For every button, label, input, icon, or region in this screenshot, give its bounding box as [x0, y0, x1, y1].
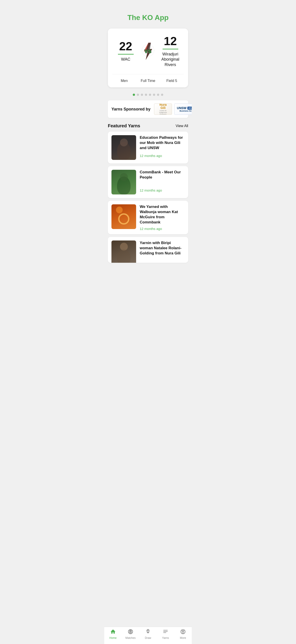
nav-draw[interactable]: Draw — [139, 629, 157, 640]
dot-2[interactable] — [137, 94, 139, 96]
nav-more-label: More — [180, 636, 186, 640]
nav-draw-label: Draw — [145, 636, 151, 640]
yarn-thumbnail-2 — [112, 170, 136, 194]
team2-score-number: 12 — [164, 35, 177, 47]
dot-7[interactable] — [157, 94, 159, 96]
svg-rect-9 — [163, 630, 168, 630]
pagination-dots — [104, 91, 192, 100]
yarn-info-3: We Yarned with Walbunja woman Kat McGuir… — [140, 204, 184, 230]
dot-1[interactable] — [133, 94, 135, 96]
nav-home-label: Home — [109, 636, 117, 640]
featured-yarns-header: Featured Yarns View All — [104, 122, 192, 132]
dot-4[interactable] — [145, 94, 147, 96]
yarn-info-1: Education Pathways for our Mob with Nura… — [140, 135, 184, 158]
yarn-thumbnail-4 — [112, 240, 136, 263]
match-field: Field 5 — [160, 79, 184, 83]
yarn-card-4[interactable]: Yarnin with Biripi woman Natalee Rolani-… — [108, 237, 188, 263]
home-icon — [110, 629, 116, 636]
yarn-title-1: Education Pathways for our Mob with Nura… — [140, 135, 184, 151]
svg-rect-13 — [182, 631, 184, 633]
svg-point-8 — [148, 632, 148, 632]
team1-name: WAC — [121, 57, 130, 62]
bottom-nav: Home Matches Draw — [104, 627, 192, 644]
more-icon — [180, 629, 186, 636]
unsw-logo: UNSW AGSM ★ Business School — [174, 104, 192, 115]
team1-score-number: 22 — [119, 40, 132, 52]
yarn-time-2: 12 months ago — [140, 188, 184, 192]
yarn-thumbnail-1 — [112, 135, 136, 160]
dot-8[interactable] — [161, 94, 163, 96]
app-title: The KO App — [109, 14, 187, 22]
page-wrapper: The KO App 22 WAC — [104, 0, 192, 284]
dot-6[interactable] — [153, 94, 155, 96]
nav-matches-label: Matches — [125, 636, 136, 640]
sponsor-banner: Yarns Sponsored by Nura Gili Centre forI… — [108, 100, 188, 118]
yarn-info-2: CommBank - Meet Our People 12 months ago — [140, 170, 184, 192]
matches-icon — [128, 629, 134, 636]
yarn-card-1[interactable]: Education Pathways for our Mob with Nura… — [108, 132, 188, 164]
dot-5[interactable] — [149, 94, 151, 96]
nav-more[interactable]: More — [174, 629, 192, 640]
team2-underline — [162, 49, 178, 50]
match-category: Men — [112, 79, 136, 83]
dot-3[interactable] — [141, 94, 143, 96]
team1-score: 22 WAC — [112, 40, 139, 62]
score-card: 22 WAC VS — [108, 28, 188, 87]
team2-score: 12 Wiradjuri Aboriginal Rivers — [157, 35, 184, 67]
yarn-thumbnail-3 — [112, 204, 136, 229]
vs-container: VS — [139, 41, 157, 62]
score-row: 22 WAC VS — [112, 35, 184, 67]
nav-home[interactable]: Home — [104, 629, 122, 640]
yarn-time-1: 12 months ago — [140, 154, 184, 158]
draw-icon — [145, 629, 151, 636]
match-status: Full Time — [136, 79, 160, 83]
vs-badge: VS — [139, 41, 157, 62]
nav-matches[interactable]: Matches — [122, 629, 139, 640]
svg-rect-11 — [163, 632, 166, 633]
view-all-button[interactable]: View All — [176, 124, 188, 128]
vs-label: VS — [145, 48, 151, 54]
yarn-card-2[interactable]: CommBank - Meet Our People 12 months ago — [108, 166, 188, 198]
team1-underline — [118, 54, 134, 54]
nav-yarns-label: Yarns — [162, 636, 169, 640]
header: The KO App — [104, 0, 192, 26]
team2-name: Wiradjuri Aboriginal Rivers — [157, 52, 184, 67]
sponsor-logos: Nura Gili Centre forIndigenousPrograms U… — [154, 104, 192, 115]
nura-gili-logo: Nura Gili Centre forIndigenousPrograms — [154, 104, 172, 115]
sponsor-label: Yarns Sponsored by — [112, 107, 150, 112]
yarn-title-4: Yarnin with Biripi woman Natalee Rolani-… — [140, 240, 184, 256]
yarn-info-4: Yarnin with Biripi woman Natalee Rolani-… — [140, 240, 184, 263]
yarn-card-3[interactable]: We Yarned with Walbunja woman Kat McGuir… — [108, 201, 188, 234]
yarn-title-2: CommBank - Meet Our People — [140, 170, 184, 180]
yarns-icon — [162, 629, 168, 636]
yarn-time-3: 12 months ago — [140, 227, 184, 230]
nav-yarns[interactable]: Yarns — [157, 629, 174, 640]
match-info-row: Men Full Time Field 5 — [112, 74, 184, 83]
svg-rect-10 — [163, 631, 168, 632]
yarn-title-3: We Yarned with Walbunja woman Kat McGuir… — [140, 204, 184, 225]
section-title: Featured Yarns — [108, 123, 140, 128]
